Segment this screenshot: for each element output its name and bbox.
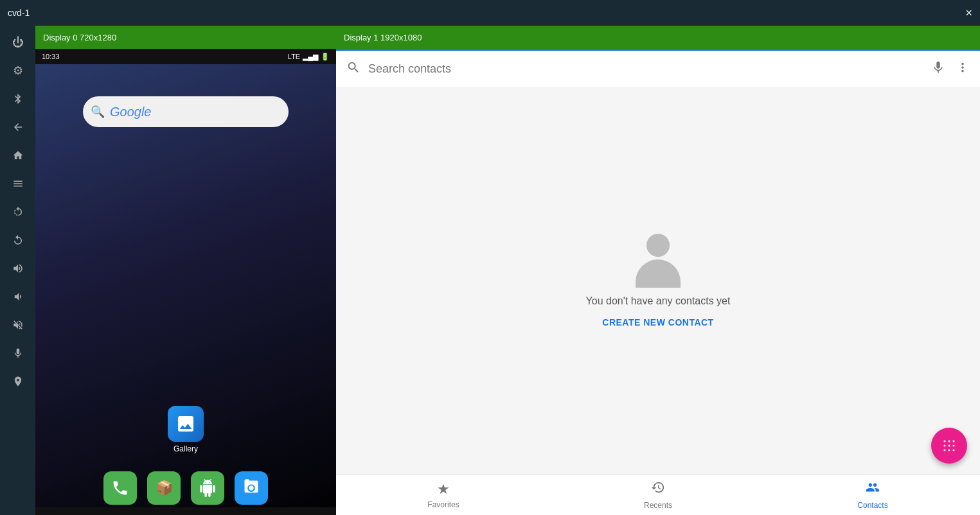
main-container: ⏻ ⚙ [0,26,980,515]
display1-header: Display 1 1920x1080 [336,26,980,49]
svg-point-3 [944,445,946,447]
menu-icon[interactable] [6,172,30,195]
volume-down-icon[interactable] [6,285,30,308]
recents-icon [651,480,665,498]
display0-header: Display 0 720x1280 [35,26,336,49]
svg-point-4 [949,445,950,447]
contacts-search-bar[interactable] [336,51,980,87]
svg-point-6 [944,450,946,451]
microphone-icon[interactable] [6,342,30,365]
display1-panel: Display 1 1920x1080 [336,26,980,515]
battery-icon: 🔋 [321,53,330,61]
gallery-label: Gallery [174,444,198,453]
fdroid-dock-icon[interactable]: 📦 [147,471,181,505]
google-search-icon: 🔍 [91,105,105,119]
empty-avatar [632,234,684,285]
google-logo: Google [110,105,152,119]
nav-favorites[interactable]: ★ Favorites [336,481,551,509]
contacts-app: You don't have any contacts yet CREATE N… [336,49,980,515]
mute-icon[interactable] [6,313,30,336]
nav-contacts[interactable]: Contacts [765,480,980,510]
search-right-icons [931,60,970,78]
avatar-head [646,234,670,257]
recents-label: Recents [644,501,672,510]
nav-recents[interactable]: Recents [551,480,765,510]
phone-time: 10:33 [42,53,60,60]
svg-point-1 [949,441,950,442]
lte-label: LTE [288,53,300,60]
svg-point-0 [944,441,946,442]
search-icon [346,60,361,78]
svg-point-7 [949,450,950,451]
contacts-icon [866,480,880,498]
phone-nav-bar: ◀ ● ■ [35,507,336,515]
fab-button[interactable] [931,428,967,464]
contacts-tab-label: Contacts [857,501,887,510]
camera-dock-icon[interactable] [235,471,268,505]
sidebar: ⏻ ⚙ [0,26,35,515]
location-icon[interactable] [6,370,30,393]
display1-title: Display 1 1920x1080 [344,33,422,42]
contacts-empty-state: You don't have any contacts yet CREATE N… [336,87,980,474]
display0-title: Display 0 720x1280 [43,33,116,42]
close-button[interactable]: × [965,6,972,20]
phone-screen: 10:33 LTE ▂▄▆ 🔋 🔍 Google [35,49,336,515]
refresh-icon[interactable] [6,229,30,252]
phone-wallpaper: 🔍 Google Gallery [35,64,336,515]
volume-up-icon[interactable] [6,257,30,280]
bluetooth-icon[interactable] [6,87,30,110]
home-icon[interactable] [6,144,30,167]
gallery-app-area[interactable]: Gallery [168,406,204,453]
rotate-icon[interactable] [6,200,30,223]
display0-panel: Display 0 720x1280 10:33 LTE ▂▄▆ 🔋 🔍 [35,26,336,515]
avatar-body [636,259,681,288]
svg-point-8 [953,450,955,451]
svg-point-2 [953,441,955,442]
signal-bars: ▂▄▆ [303,53,318,61]
displays-row: Display 0 720x1280 10:33 LTE ▂▄▆ 🔋 🔍 [35,26,980,515]
empty-message: You don't have any contacts yet [586,295,731,307]
phone-dock: 📦 [35,471,336,505]
title-bar: cvd-1 × [0,0,980,26]
phone-status-bar: 10:33 LTE ▂▄▆ 🔋 [35,49,336,64]
phone-dock-icon[interactable] [103,471,137,505]
window-title: cvd-1 [8,8,30,18]
search-input[interactable] [368,62,923,76]
contacts-bottom-nav: ★ Favorites Recents [336,474,980,515]
back-nav-btn[interactable]: ◀ [137,513,145,516]
favorites-label: Favorites [427,500,459,509]
svg-point-5 [953,445,955,447]
more-options-icon[interactable] [956,60,970,78]
android-dock-icon[interactable] [191,471,224,505]
microphone-search-icon[interactable] [931,60,945,78]
create-new-contact-button[interactable]: CREATE NEW CONTACT [602,317,713,327]
power-icon[interactable]: ⏻ [6,31,30,54]
favorites-icon: ★ [437,481,450,498]
status-right: LTE ▂▄▆ 🔋 [288,53,330,61]
settings-icon[interactable]: ⚙ [6,59,30,82]
google-search-bar[interactable]: 🔍 Google [83,96,289,127]
gallery-app-icon[interactable] [168,406,204,442]
back-icon[interactable] [6,116,30,139]
